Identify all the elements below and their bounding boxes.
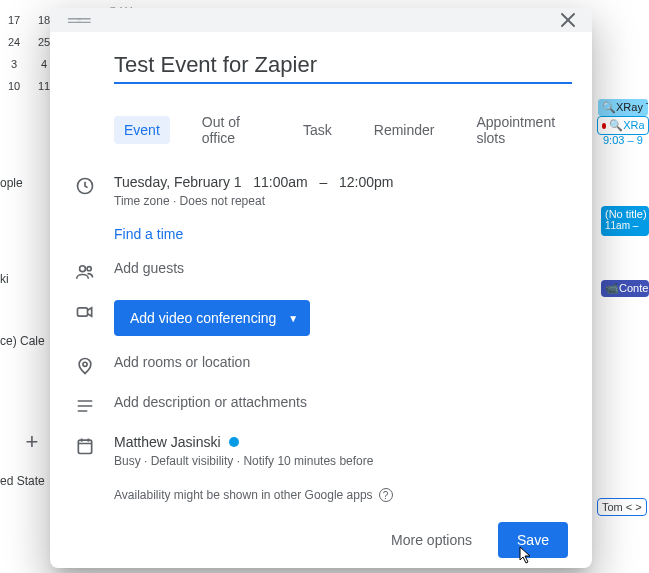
bg-event-tom[interactable]: Tom < >	[597, 498, 647, 516]
bg-event-xray1[interactable]: 🔍XRay T	[597, 98, 649, 117]
save-button[interactable]: Save	[498, 522, 568, 558]
find-a-time-link[interactable]: Find a time	[114, 226, 574, 242]
bg-sidebar-text: ki	[0, 272, 9, 286]
tab-event[interactable]: Event	[114, 116, 170, 144]
help-icon[interactable]: ?	[379, 488, 393, 502]
tab-appointment-slots[interactable]: Appointment slots	[466, 108, 574, 152]
tab-out-of-office[interactable]: Out of office	[192, 108, 271, 152]
timezone-repeat-label[interactable]: Time zone · Does not repeat	[114, 194, 574, 208]
svg-point-4	[83, 362, 87, 366]
add-guests-field[interactable]: Add guests	[114, 260, 574, 276]
add-description-field[interactable]: Add description or attachments	[114, 394, 574, 410]
event-title-input[interactable]	[114, 50, 572, 84]
svg-rect-3	[78, 308, 88, 316]
bg-sidebar-text: ople	[0, 176, 23, 190]
availability-note: Availability might be shown in other Goo…	[114, 488, 574, 502]
description-icon	[74, 394, 96, 416]
svg-rect-5	[78, 440, 91, 453]
chevron-down-icon: ▼	[288, 313, 298, 324]
calendar-color-dot	[229, 437, 239, 447]
video-icon	[74, 300, 96, 322]
tab-task[interactable]: Task	[293, 116, 342, 144]
bg-sidebar-text: ed State	[0, 474, 45, 488]
add-button[interactable]: +	[20, 430, 44, 454]
tab-reminder[interactable]: Reminder	[364, 116, 445, 144]
close-icon[interactable]	[556, 8, 580, 32]
clock-icon	[74, 174, 96, 196]
bg-event-notitle[interactable]: (No title) 11am –	[601, 206, 649, 236]
add-location-field[interactable]: Add rooms or location	[114, 354, 574, 370]
svg-point-1	[80, 266, 86, 272]
event-create-dialog: ══ Event Out of office Task Reminder App…	[50, 8, 592, 568]
calendar-icon	[74, 434, 96, 456]
mini-cal: 1718 2425 34 1011	[5, 14, 53, 92]
bg-event-xray2-time: 9:03 – 9	[599, 132, 649, 148]
svg-point-2	[87, 267, 91, 271]
dialog-drag-bar[interactable]: ══	[50, 8, 592, 32]
visibility-notify-label[interactable]: Busy · Default visibility · Notify 10 mi…	[114, 454, 574, 468]
people-icon	[74, 260, 96, 282]
drag-handle-icon: ══	[68, 10, 88, 31]
location-icon	[74, 354, 96, 376]
more-options-button[interactable]: More options	[381, 524, 482, 556]
bg-sidebar-text: ce) Cale	[0, 334, 45, 348]
calendar-owner[interactable]: Matthew Jasinski	[114, 434, 574, 450]
event-datetime[interactable]: Tuesday, February 1 11:00am – 12:00pm	[114, 174, 574, 190]
bg-event-content[interactable]: 📹Conte	[601, 280, 649, 297]
add-video-conferencing-button[interactable]: Add video conferencing ▼	[114, 300, 310, 336]
event-type-tabs: Event Out of office Task Reminder Appoin…	[114, 108, 574, 152]
